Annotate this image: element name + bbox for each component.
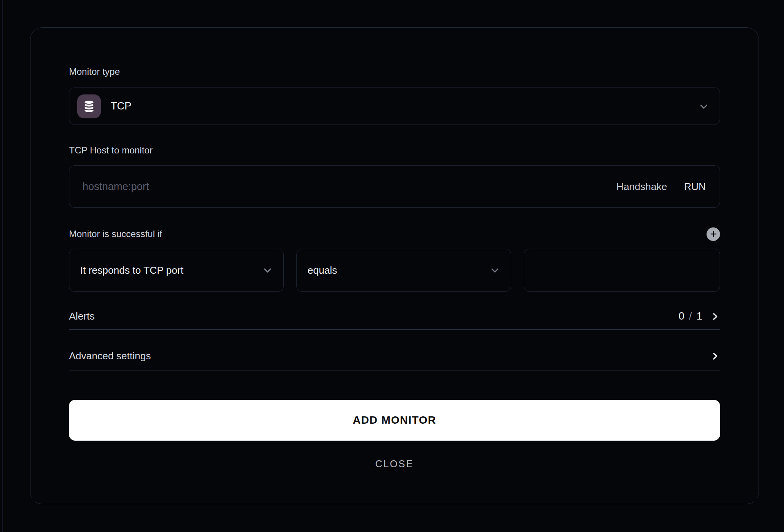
chevron-right-icon	[710, 311, 720, 322]
condition-target-input[interactable]	[535, 264, 710, 276]
success-label: Monitor is successful if	[69, 228, 162, 240]
alerts-count-separator: /	[684, 310, 697, 322]
alerts-row[interactable]: Alerts 0/1	[69, 310, 720, 330]
handshake-button[interactable]: Handshake	[616, 181, 667, 193]
chevron-down-icon	[489, 264, 501, 276]
plus-icon	[709, 230, 718, 238]
condition-operator-value: equals	[308, 264, 489, 276]
condition-operator-select[interactable]: equals	[296, 249, 511, 292]
host-label: TCP Host to monitor	[69, 145, 720, 156]
alerts-label: Alerts	[69, 310, 94, 322]
left-edge-divider	[2, 0, 3, 532]
chevron-down-icon	[698, 101, 710, 112]
screen: Monitor type TCP TCP Host to monitor	[0, 0, 784, 532]
run-button[interactable]: RUN	[684, 181, 706, 193]
alerts-right: 0/1	[678, 310, 720, 322]
monitor-type-select[interactable]: TCP	[69, 88, 720, 125]
add-monitor-dialog: Monitor type TCP TCP Host to monitor	[30, 27, 759, 504]
advanced-settings-row[interactable]: Advanced settings	[69, 350, 720, 370]
monitor-type-value: TCP	[111, 100, 698, 112]
chevron-right-icon	[710, 351, 720, 361]
database-icon	[77, 94, 101, 118]
add-assertion-button[interactable]	[707, 227, 720, 241]
condition-source-value: It responds to TCP port	[80, 264, 262, 276]
add-monitor-button[interactable]: ADD MONITOR	[69, 400, 720, 441]
alerts-count-current: 0	[678, 310, 684, 322]
alerts-count: 0/1	[678, 310, 702, 322]
conditions-row: It responds to TCP port equals	[69, 249, 720, 292]
host-input-wrap: Handshake RUN	[69, 165, 720, 208]
chevron-down-icon	[262, 264, 273, 276]
close-button[interactable]: CLOSE	[69, 458, 720, 470]
advanced-settings-label: Advanced settings	[69, 350, 151, 362]
monitor-type-label: Monitor type	[69, 66, 720, 77]
host-input[interactable]	[82, 181, 599, 193]
condition-target-wrap	[524, 249, 720, 292]
success-header: Monitor is successful if	[69, 227, 720, 241]
alerts-count-total: 1	[697, 310, 702, 322]
condition-source-select[interactable]: It responds to TCP port	[69, 249, 284, 292]
